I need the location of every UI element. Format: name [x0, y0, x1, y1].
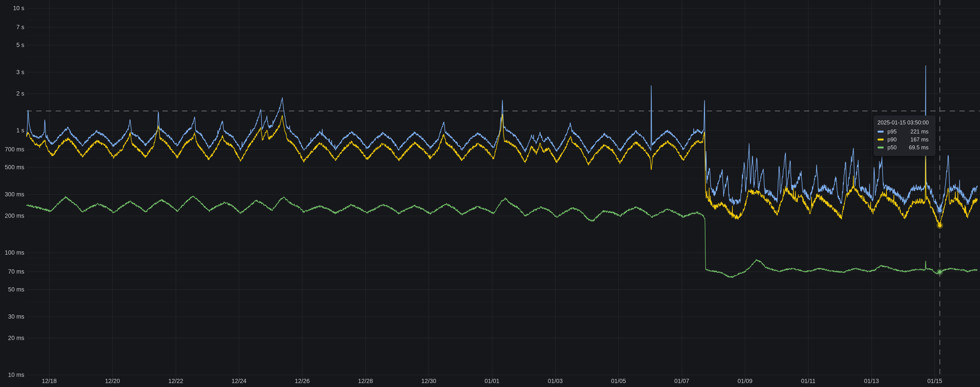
tooltip-series-value: 69.5 ms	[909, 144, 929, 151]
tooltip-series-label: p90	[888, 136, 897, 143]
y-axis-label: 10 s	[13, 5, 24, 11]
x-axis-label: 12/30	[421, 378, 436, 385]
y-axis-label: 3 s	[16, 69, 24, 75]
tooltip-row-p95: p95 221 ms	[874, 127, 935, 135]
x-axis-label: 12/26	[295, 378, 310, 385]
latency-chart-canvas[interactable]	[0, 0, 980, 387]
x-axis-label: 01/15	[927, 378, 942, 385]
x-axis-label: 01/09	[738, 378, 752, 385]
y-axis-label: 30 ms	[8, 313, 24, 320]
p95-series-color-pill	[878, 131, 884, 133]
p90-series-color-pill	[878, 138, 884, 141]
latency-percentiles-panel: 10 s7 s5 s3 s2 s1 s700 ms500 ms300 ms200…	[0, 0, 980, 387]
y-axis-label: 2 s	[16, 90, 24, 97]
x-axis-label: 01/13	[864, 378, 879, 385]
x-axis-label: 01/03	[548, 378, 563, 385]
p50-series-color-pill	[878, 146, 884, 149]
y-axis-label: 1 s	[16, 127, 24, 134]
tooltip-series-label: p95	[888, 128, 897, 135]
x-axis-label: 12/28	[358, 378, 373, 385]
y-axis-label: 50 ms	[8, 286, 24, 293]
tooltip-row-p50: p50 69.5 ms	[874, 143, 935, 151]
y-axis-label: 5 s	[16, 41, 24, 48]
tooltip-row-p90: p90 167 ms	[874, 135, 935, 143]
x-axis-label: 12/24	[231, 378, 247, 385]
tooltip-timestamp: 2025-01-15 03:50:00	[874, 116, 935, 127]
y-axis-label: 70 ms	[8, 268, 24, 275]
x-axis-label: 12/22	[168, 378, 183, 385]
x-axis-label: 12/18	[42, 378, 57, 385]
y-axis-label: 300 ms	[5, 191, 24, 198]
tooltip-series-value: 221 ms	[910, 128, 929, 135]
y-axis-label: 20 ms	[8, 335, 24, 341]
y-axis-label: 7 s	[16, 24, 24, 30]
x-axis-label: 12/20	[105, 378, 120, 385]
y-axis-label: 100 ms	[5, 249, 24, 256]
tooltip-series-value: 167 ms	[910, 136, 929, 143]
y-axis-label: 10 ms	[8, 371, 24, 378]
y-axis-label: 500 ms	[5, 164, 24, 171]
x-axis-label: 01/05	[611, 378, 626, 385]
x-axis-label: 01/11	[801, 378, 816, 385]
tooltip-series-label: p50	[888, 144, 897, 151]
x-axis-label: 01/07	[674, 378, 689, 385]
x-axis-label: 01/01	[485, 378, 500, 385]
chart-tooltip: 2025-01-15 03:50:00 p95 221 ms p90 167 m…	[874, 116, 935, 156]
y-axis-label: 200 ms	[5, 213, 24, 219]
y-axis-label: 700 ms	[5, 146, 24, 153]
